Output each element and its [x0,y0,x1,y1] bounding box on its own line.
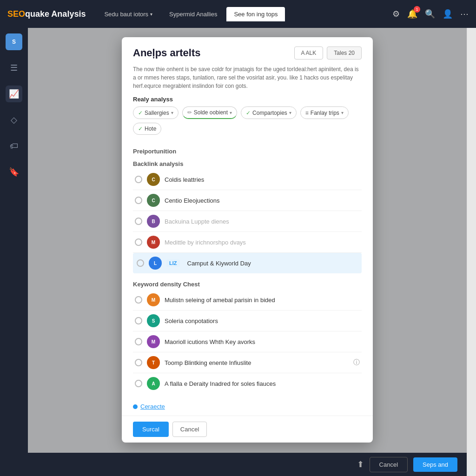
item-text: Camput & Kiyworld Day [187,260,358,267]
chevron-icon: ▾ [171,110,173,115]
modal-dialog: Aneļps artelts A ALK Tales 20 The now th… [122,37,373,443]
keyword-item-4[interactable]: T Toomp Blintking enente Infiuslite ⓘ [133,352,362,373]
keyword-item-1[interactable]: M Mulistn seleing of amebal parisin in b… [133,290,362,311]
bottom-cancel-button[interactable]: Cancel [370,457,408,472]
cancel-button[interactable]: Cancel [172,422,207,437]
chip-compartopies[interactable]: ✓ Compartopies ▾ [241,106,297,119]
pencil-icon: ✏ [187,109,192,116]
notification-badge: 1 [414,6,420,13]
backlink-list: C Coldis leattries C Centio Eleojuection… [122,169,373,277]
sidebar-menu-icon[interactable]: ☰ [6,60,22,76]
sidebar-logo[interactable]: S [6,33,22,50]
keyword-item-5[interactable]: A A flalla e Deraity Inadred for soles f… [133,373,362,394]
modal-header: Aneļps artelts A ALK Tales 20 [122,37,373,65]
more-icon[interactable]: ⋯ [460,9,469,19]
avatar: S [147,314,160,327]
chevron-icon: ▾ [289,110,291,115]
main-layout: S ☰ 📈 ◇ 🏷 🔖 Aneļps artelts A ALK Tales 2… [0,28,476,476]
item-text: Backuina Luppte dienes [165,218,360,225]
sidebar-diamond-icon[interactable]: ◇ [6,112,22,128]
bottom-confirm-button[interactable]: Seps and [413,457,457,472]
radio-button[interactable] [135,359,142,366]
chip-sallergies[interactable]: ✓ Sallergies ▾ [133,106,178,119]
item-text: Mulistn seleing of amebal parisin in bid… [165,297,360,304]
tab-2[interactable]: Sypermid Anallies [162,7,225,21]
tab-1[interactable]: Sedu baut iotors ▾ [97,7,160,21]
chip-solde[interactable]: ✏ Solde oobient ▾ [182,106,237,119]
avatar: M [147,335,160,348]
sidebar-tag-icon[interactable]: 🏷 [6,138,22,154]
item-text: Soleria conpotatiors [165,317,360,324]
backlink-item-1[interactable]: C Coldis leattries [133,169,362,190]
chip-hote[interactable]: ✓ Hote [133,123,161,135]
avatar: C [147,173,160,186]
right-panel [467,28,476,476]
radio-button[interactable] [137,259,144,267]
top-icons: ⚙ 🔔 1 🔍 👤 ⋯ [392,9,469,19]
check-icon: ✓ [246,110,251,116]
avatar: T [147,356,160,369]
item-tag: LIZ [166,259,180,267]
avatar: A [147,377,160,390]
chevron-icon: ▾ [230,110,232,115]
radio-button[interactable] [135,238,142,246]
sidebar-chart-icon[interactable]: 📈 [6,86,22,102]
blue-dot-icon [133,404,138,409]
radio-button[interactable] [135,338,142,345]
logo-highlight: SEO [7,9,25,19]
a-alk-button[interactable]: A ALK [294,46,324,60]
keyword-item-3[interactable]: M Maorioll icutions Whth Key avorks [133,331,362,352]
backlink-item-4[interactable]: M Medittle by irichnorshpo dvays [133,232,362,253]
modal-header-buttons: A ALK Tales 20 [294,46,362,60]
item-text: Maorioll icutions Whth Key avorks [165,338,360,345]
chip-label: Fanlay trips [311,110,339,116]
chevron-icon: ▾ [341,110,344,115]
notifications-icon[interactable]: 🔔 1 [407,9,417,19]
sidebar-bookmark-icon[interactable]: 🔖 [6,164,22,180]
radio-button[interactable] [135,296,142,304]
filter-section: Realy analyss ✓ Sallergies ▾ ✏ Solde oob… [122,96,373,144]
modal-overlay: Aneļps artelts A ALK Tales 20 The now th… [28,28,467,476]
avatar: M [147,293,160,306]
bottom-link[interactable]: Ceraecte [140,403,165,410]
bottom-link-section: Ceraecte [122,397,373,416]
app-logo: SEOSEOquakequake Analysis [7,9,86,19]
avatar: B [147,215,160,228]
item-text: Medittle by irichnorshpo dvays [165,239,360,246]
radio-button[interactable] [135,176,142,183]
keyword-section-title: Keyword density Chest [122,277,373,290]
tales-button[interactable]: Tales 20 [327,46,362,60]
radio-button[interactable] [135,218,142,225]
item-text: Centio Eleojuections [165,197,360,204]
user-icon[interactable]: 👤 [443,9,453,19]
settings-icon[interactable]: ⚙ [392,9,400,19]
chip-label: Sallergies [145,110,169,116]
item-text: Toomp Blintking enente Infiuslite [165,359,349,366]
backlink-item-2[interactable]: C Centio Eleojuections [133,190,362,211]
top-bar: SEOSEOquakequake Analysis Sedu baut ioto… [0,0,476,28]
filter-chips: ✓ Sallergies ▾ ✏ Solde oobient ▾ ✓ Compa… [133,106,362,135]
surcal-button[interactable]: Surcal [133,422,169,437]
info-icon[interactable]: ⓘ [353,358,360,367]
chip-label: Compartopies [252,110,287,116]
backlink-section-title: Backlink analysis [122,157,373,169]
keyword-item-2[interactable]: S Soleria conpotatiors [133,311,362,331]
radio-button[interactable] [135,380,142,387]
tab-2-label: Sypermid Anallies [169,11,217,18]
chip-fanlay[interactable]: ≡ Fanlay trips ▾ [300,106,349,119]
backlink-item-5[interactable]: L LIZ Camput & Kiyworld Day [133,253,362,273]
upload-icon[interactable]: ⬆ [357,459,364,469]
tab-3[interactable]: See fon ing tops [226,7,285,21]
search-icon[interactable]: 🔍 [425,9,435,19]
chip-label: Solde oobient [194,109,228,116]
preposition-label: Preiportunition [122,144,373,157]
check-icon: ✓ [138,110,143,116]
radio-button[interactable] [135,317,142,324]
backlink-item-3[interactable]: B Backuina Luppte dienes [133,211,362,232]
nav-tabs: Sedu baut iotors ▾ Sypermid Anallies See… [97,7,389,21]
item-text: A flalla e Deraity Inadred for soles fia… [165,380,360,387]
modal-description: The now thie onhent is be save coldr for… [122,65,373,96]
check-icon: ✓ [138,126,143,132]
radio-button[interactable] [135,197,142,204]
tab-3-label: See fon ing tops [234,11,278,18]
